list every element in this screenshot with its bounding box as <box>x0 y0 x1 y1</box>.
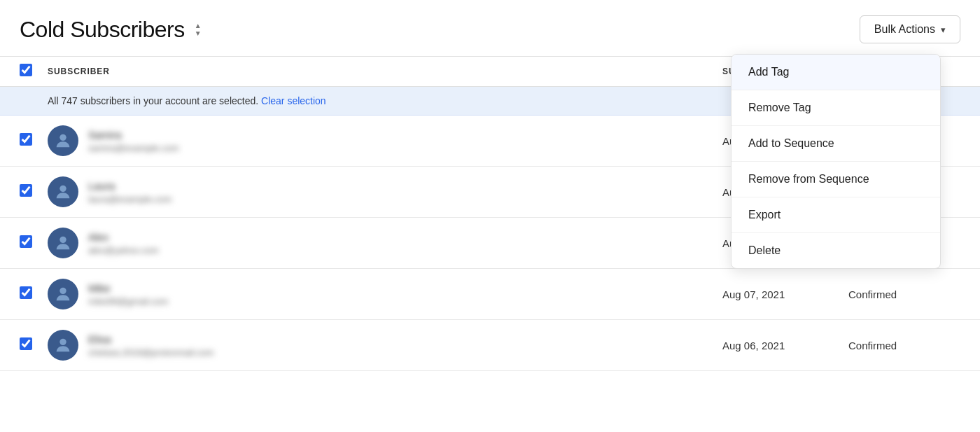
subscriber-email: laura@example.com <box>88 194 722 204</box>
subscriber-email: samira@example.com <box>88 143 722 153</box>
row-checkbox-container[interactable] <box>20 133 48 148</box>
subscription-status: Confirmed <box>848 288 960 300</box>
subscriber-name: Mike <box>88 282 722 294</box>
header-right: Bulk Actions ▾ Add Tag Remove Tag Add to… <box>860 15 960 43</box>
dropdown-item-export[interactable]: Export <box>732 197 940 233</box>
clear-selection-link[interactable]: Clear selection <box>261 95 326 106</box>
subscriber-info: Samira samira@example.com <box>88 129 722 153</box>
svg-point-3 <box>59 288 66 294</box>
avatar <box>48 176 78 207</box>
row-checkbox[interactable] <box>20 133 32 146</box>
row-checkbox-container[interactable] <box>20 286 48 302</box>
avatar <box>48 228 78 258</box>
select-all-checkbox[interactable] <box>20 64 32 76</box>
row-checkbox[interactable] <box>20 286 32 299</box>
subscriber-name: Laura <box>88 180 722 192</box>
row-checkbox[interactable] <box>20 184 32 197</box>
table-row: Elisa chelsea.2019@protonmail.com Aug 06… <box>0 320 980 371</box>
avatar <box>48 125 78 156</box>
dropdown-item-delete[interactable]: Delete <box>732 233 940 268</box>
row-checkbox-container[interactable] <box>20 184 48 200</box>
dropdown-menu: Add Tag Remove Tag Add to Sequence Remov… <box>731 54 941 269</box>
header-left: Cold Subscribers ▲ ▼ <box>20 17 202 43</box>
chevron-down-icon: ▾ <box>941 25 946 35</box>
subscriber-name: Elisa <box>88 333 722 345</box>
subscriber-name: Alex <box>88 231 722 243</box>
subscription-status: Confirmed <box>848 340 960 351</box>
bulk-actions-label: Bulk Actions <box>874 23 935 36</box>
subscription-date: Aug 07, 2021 <box>722 288 848 300</box>
page-title: Cold Subscribers <box>20 17 185 43</box>
subscriber-info: Alex alex@yahoo.com <box>88 231 722 256</box>
subscriber-email: mike99@gmail.com <box>88 296 722 307</box>
select-all-checkbox-container[interactable] <box>20 64 48 79</box>
subscriber-email: chelsea.2019@protonmail.com <box>88 347 722 358</box>
dropdown-item-add-sequence[interactable]: Add to Sequence <box>732 126 940 162</box>
page-header: Cold Subscribers ▲ ▼ Bulk Actions ▾ Add … <box>0 0 980 56</box>
row-checkbox-container[interactable] <box>20 337 48 353</box>
dropdown-item-add-tag[interactable]: Add Tag <box>732 55 940 90</box>
selection-text: All 747 subscribers in your account are … <box>48 95 261 106</box>
subscriber-info: Mike mike99@gmail.com <box>88 282 722 307</box>
avatar <box>48 330 78 361</box>
subscriber-info: Elisa chelsea.2019@protonmail.com <box>88 333 722 358</box>
dropdown-item-remove-tag[interactable]: Remove Tag <box>732 90 940 126</box>
row-checkbox-container[interactable] <box>20 235 48 251</box>
bulk-actions-button[interactable]: Bulk Actions ▾ <box>860 15 960 43</box>
subscription-date: Aug 06, 2021 <box>722 340 848 351</box>
svg-point-1 <box>59 186 66 192</box>
table-row: Mike mike99@gmail.com Aug 07, 2021 Confi… <box>0 269 980 320</box>
row-checkbox[interactable] <box>20 337 32 350</box>
svg-point-0 <box>59 134 66 141</box>
sort-icon[interactable]: ▲ ▼ <box>195 22 202 37</box>
subscriber-name: Samira <box>88 129 722 141</box>
svg-point-4 <box>59 339 66 345</box>
avatar <box>48 279 78 309</box>
row-checkbox[interactable] <box>20 235 32 248</box>
col-subscriber-header: SUBSCRIBER <box>48 67 722 76</box>
svg-point-2 <box>59 237 66 243</box>
dropdown-item-remove-sequence[interactable]: Remove from Sequence <box>732 162 940 197</box>
subscriber-email: alex@yahoo.com <box>88 245 722 256</box>
subscriber-info: Laura laura@example.com <box>88 180 722 204</box>
